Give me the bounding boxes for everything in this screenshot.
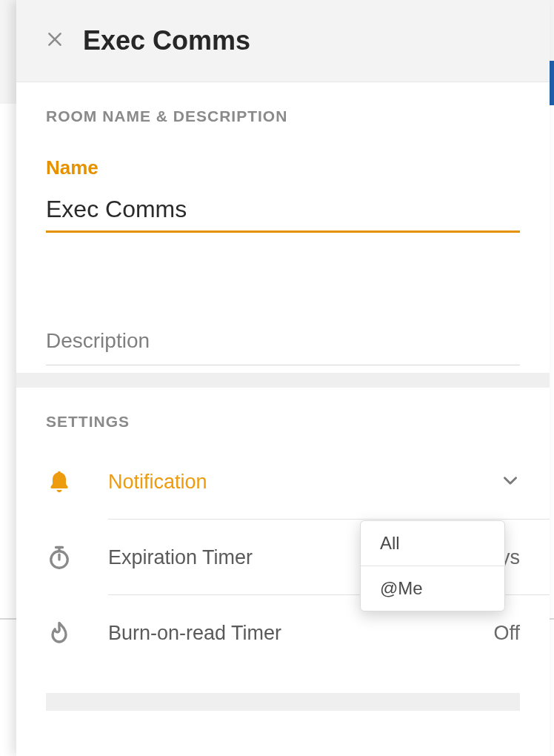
section-gap — [16, 373, 550, 388]
close-icon — [45, 30, 64, 52]
close-button[interactable] — [43, 29, 67, 53]
setting-row-notification[interactable]: Notification — [46, 444, 520, 520]
dropdown-option-me[interactable]: @Me — [361, 566, 504, 611]
stopwatch-icon — [46, 544, 108, 571]
setting-label-burn: Burn-on-read Timer — [108, 622, 493, 645]
room-name-description-section: ROOM NAME & DESCRIPTION Name Description — [16, 82, 550, 373]
chevron-down-icon — [501, 471, 520, 493]
notification-dropdown: All @Me — [360, 520, 505, 611]
section-heading-settings: SETTINGS — [46, 413, 520, 431]
fire-icon — [46, 620, 108, 646]
section-gap-bottom — [46, 693, 520, 711]
setting-label-notification: Notification — [108, 471, 490, 494]
app-backdrop: Exec Comms ROOM NAME & DESCRIPTION Name … — [0, 0, 554, 756]
panel-title: Exec Comms — [83, 25, 250, 56]
dropdown-option-all[interactable]: All — [361, 521, 504, 566]
panel-header: Exec Comms — [16, 0, 550, 82]
room-description-input[interactable]: Description — [46, 329, 520, 365]
setting-value-burn: Off — [493, 622, 520, 645]
room-settings-panel: Exec Comms ROOM NAME & DESCRIPTION Name … — [16, 0, 550, 756]
room-name-input[interactable] — [46, 193, 520, 233]
name-field-label: Name — [46, 156, 520, 179]
bell-icon — [46, 468, 108, 495]
section-heading-room: ROOM NAME & DESCRIPTION — [46, 107, 520, 125]
